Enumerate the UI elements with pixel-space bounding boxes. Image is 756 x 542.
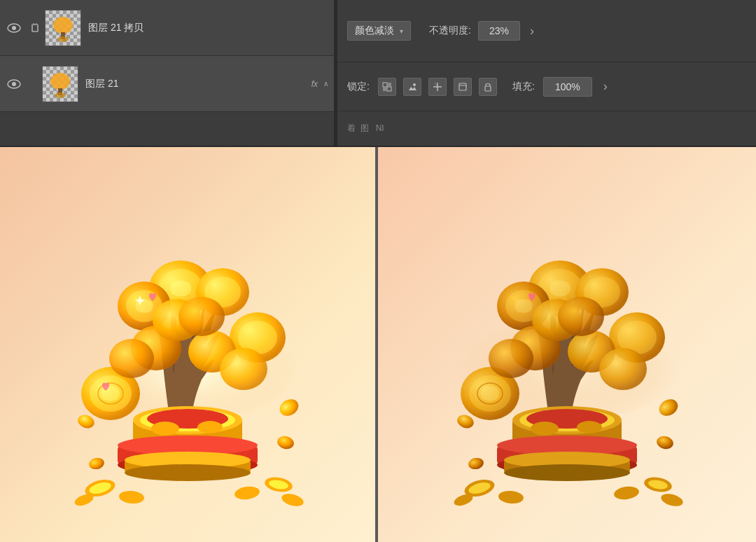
layer-name-21: 图层 21 [85, 78, 312, 90]
svg-point-46 [197, 421, 223, 433]
svg-point-95 [504, 464, 630, 481]
svg-rect-14 [387, 83, 391, 87]
svg-point-106 [468, 457, 484, 471]
svg-rect-2 [32, 25, 38, 32]
opacity-input[interactable]: 23% [478, 21, 520, 41]
fill-value-text: 100% [555, 81, 580, 92]
svg-point-82 [558, 297, 604, 336]
svg-point-3 [53, 17, 73, 34]
layer-eye-copy[interactable] [6, 20, 22, 36]
row3-text: 着 图 NI [347, 123, 384, 134]
svg-point-59 [280, 492, 304, 508]
svg-rect-13 [383, 87, 387, 91]
lock-transparency-btn[interactable] [378, 78, 396, 96]
svg-point-45 [151, 422, 179, 436]
canvas-left [0, 147, 378, 542]
blend-mode-label: 颜色减淡 [355, 25, 394, 37]
svg-point-7 [12, 82, 16, 86]
layer-eye-21[interactable] [6, 76, 22, 92]
svg-rect-19 [459, 83, 466, 90]
layer-fx-badge: fx [312, 79, 318, 89]
svg-point-79 [489, 339, 533, 378]
svg-point-52 [125, 464, 251, 481]
opacity-label: 不透明度: [429, 25, 471, 37]
svg-rect-12 [387, 87, 391, 91]
fill-expand-arrow[interactable]: › [603, 79, 608, 94]
layer-row-copy[interactable]: 图层 21 拷贝 [0, 0, 334, 56]
layer-link-icon [28, 21, 42, 35]
svg-rect-11 [383, 83, 387, 87]
layer-row-21[interactable]: 图层 21 fx ∧ [0, 56, 334, 112]
svg-point-10 [55, 92, 66, 98]
svg-point-39 [178, 297, 225, 336]
svg-point-37 [220, 348, 267, 390]
svg-point-36 [109, 339, 154, 378]
svg-point-80 [599, 348, 647, 390]
layer-thumbnail-21 [42, 66, 78, 102]
svg-point-102 [659, 492, 684, 508]
lock-icons-group [378, 78, 497, 96]
lock-label: 锁定: [347, 81, 370, 93]
layer-expand-icon: ∧ [323, 80, 328, 88]
svg-point-104 [656, 396, 680, 419]
canvas-area [0, 147, 756, 542]
layers-panel: 图层 21 拷贝 图层 21 fx [0, 0, 335, 146]
svg-point-105 [456, 412, 476, 430]
layer-name-copy: 图层 21 拷贝 [88, 22, 328, 34]
money-tree-right [420, 169, 714, 520]
fill-input[interactable]: 100% [543, 77, 592, 97]
blend-opacity-row: 颜色减淡 ▾ 不透明度: 23% › [337, 0, 756, 62]
svg-rect-21 [485, 86, 491, 91]
blend-mode-dropdown[interactable]: 颜色减淡 ▾ [347, 21, 411, 41]
svg-point-5 [57, 36, 69, 42]
svg-point-57 [118, 489, 144, 504]
opacity-expand-arrow[interactable]: › [530, 24, 534, 39]
svg-point-100 [498, 489, 524, 504]
svg-point-1 [12, 26, 16, 30]
svg-point-58 [234, 485, 260, 501]
svg-point-8 [50, 73, 70, 90]
canvas-right [378, 147, 756, 542]
blend-mode-arrow: ▾ [400, 27, 403, 35]
options-row3: 着 图 NI [337, 111, 756, 146]
svg-point-15 [413, 83, 416, 86]
svg-point-89 [577, 421, 602, 433]
layer-thumbnail-copy [45, 10, 81, 46]
money-tree-left [41, 169, 335, 520]
svg-point-101 [613, 485, 640, 501]
svg-point-88 [531, 422, 559, 436]
svg-point-62 [76, 412, 97, 430]
svg-point-61 [276, 396, 301, 419]
opacity-value-text: 23% [489, 25, 509, 36]
options-panel: 颜色减淡 ▾ 不透明度: 23% › 锁定: [337, 0, 756, 146]
lock-fill-row: 锁定: [337, 62, 756, 111]
lock-position-btn[interactable] [428, 78, 447, 96]
lock-artboard-btn[interactable] [454, 78, 472, 96]
svg-point-64 [276, 434, 295, 451]
lock-image-btn[interactable] [403, 78, 421, 96]
svg-point-63 [88, 457, 105, 471]
fill-label: 填充: [512, 81, 535, 93]
lock-all-btn[interactable] [479, 78, 497, 96]
svg-point-107 [655, 434, 675, 451]
